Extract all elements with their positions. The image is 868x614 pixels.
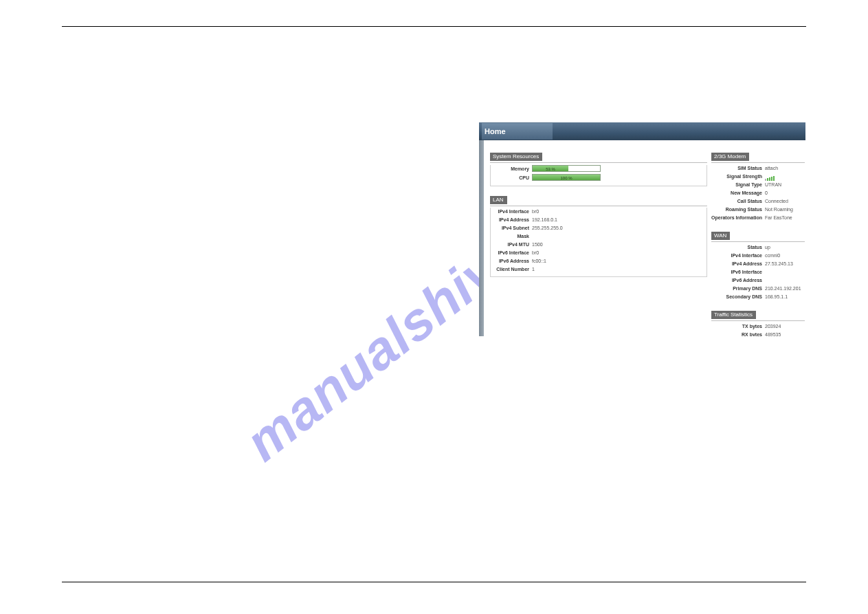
bottom-rule	[62, 582, 806, 582]
modem-row: Signal Strength	[711, 173, 805, 181]
wan-key: Status	[711, 243, 765, 252]
memory-bar: 53 %	[532, 165, 601, 172]
section-title-wan: WAN	[711, 232, 730, 240]
lan-row: IPv4 Interfacebr0	[491, 208, 706, 216]
lan-key: Client Number	[491, 265, 532, 274]
modem-value: Connected	[765, 197, 805, 206]
traffic-box: TX bytes203924RX bytes489535	[711, 322, 805, 336]
lan-key: IPv6 Interface	[491, 249, 532, 257]
traffic-row: TX bytes203924	[711, 322, 805, 331]
section-title-traffic: Traffic Statistics	[711, 311, 756, 319]
modem-value: Not Roaming	[765, 206, 805, 214]
wan-row: IPv6 Interface	[711, 268, 805, 276]
divider	[711, 241, 805, 242]
traffic-value: 489535	[765, 331, 805, 336]
divider	[711, 320, 805, 321]
lan-row: IPv4 MTU1500	[491, 241, 706, 249]
modem-row: Operators InformationFar EasTone	[711, 214, 805, 222]
modem-value: attach	[765, 164, 805, 173]
lan-value: 1	[532, 265, 706, 274]
wan-row: Statusup	[711, 243, 805, 252]
wan-value: ccmni0	[765, 252, 805, 260]
modem-row: Roaming StatusNot Roaming	[711, 206, 805, 214]
modem-key: New Message	[711, 189, 765, 197]
modem-value: Far EasTone	[765, 214, 805, 222]
router-admin-screenshot: Home System Resources Memory 53 % CPU	[479, 122, 805, 336]
wan-key: Primary DNS	[711, 285, 765, 293]
wan-row: IPv4 Address27.53.245.13	[711, 260, 805, 268]
wan-value: up	[765, 243, 805, 252]
divider	[490, 162, 707, 163]
wan-value	[765, 276, 805, 285]
divider	[490, 206, 707, 206]
cpu-label: CPU	[491, 175, 532, 180]
wan-key: IPv6 Address	[711, 276, 765, 285]
wan-value: 27.53.245.13	[765, 260, 805, 268]
wan-row: IPv6 Address	[711, 276, 805, 285]
lan-value: br0	[532, 249, 706, 257]
modem-key: Roaming Status	[711, 206, 765, 214]
wan-row: IPv4 Interfaceccmni0	[711, 252, 805, 260]
modem-key: Signal Strength	[711, 173, 765, 181]
wan-value: 210.241.192.201	[765, 285, 805, 293]
wan-key: IPv4 Interface	[711, 252, 765, 260]
wan-row: Primary DNS210.241.192.201	[711, 285, 805, 293]
modem-box: SIM StatusattachSignal StrengthSignal Ty…	[711, 164, 805, 222]
lan-key: IPv6 Address	[491, 257, 532, 265]
memory-bar-fill: 53 %	[533, 166, 568, 171]
modem-value: UTRAN	[765, 181, 805, 189]
modem-row: SIM Statusattach	[711, 164, 805, 173]
modem-row: New Message0	[711, 189, 805, 197]
wan-value	[765, 268, 805, 276]
lan-key: IPv4 Interface	[491, 208, 532, 216]
lan-key: IPv4 Subnet Mask	[491, 224, 532, 241]
lan-row: IPv4 Subnet Mask255.255.255.0	[491, 224, 706, 241]
lan-value: 255.255.255.0	[532, 224, 706, 241]
lan-row: IPv6 Interfacebr0	[491, 249, 706, 257]
lan-row: Client Number1	[491, 265, 706, 274]
nav-bar: Home	[479, 122, 805, 140]
wan-key: Secondary DNS	[711, 293, 765, 301]
divider	[711, 162, 805, 163]
modem-row: Call StatusConnected	[711, 197, 805, 206]
sidebar-stub	[479, 140, 484, 336]
lan-key: IPv4 Address	[491, 216, 532, 224]
traffic-row: RX bytes489535	[711, 331, 805, 336]
traffic-key: RX bytes	[711, 331, 765, 336]
section-title-system-resources: System Resources	[490, 153, 542, 161]
wan-row: Secondary DNS168.95.1.1	[711, 293, 805, 301]
cpu-bar: 100 %	[532, 174, 601, 181]
lan-row: IPv4 Address192.168.0.1	[491, 216, 706, 224]
modem-key: Operators Information	[711, 214, 765, 222]
wan-value: 168.95.1.1	[765, 293, 805, 301]
lan-value: 1500	[532, 241, 706, 249]
lan-row: IPv6 Addressfc00::1	[491, 257, 706, 265]
section-title-modem: 2/3G Modem	[711, 153, 749, 161]
modem-key: Signal Type	[711, 181, 765, 189]
lan-value: fc00::1	[532, 257, 706, 265]
section-title-lan: LAN	[490, 196, 507, 204]
nav-tab-home[interactable]: Home	[482, 123, 553, 140]
cpu-bar-fill: 100 %	[533, 175, 600, 180]
wan-key: IPv6 Interface	[711, 268, 765, 276]
wan-box: StatusupIPv4 Interfaceccmni0IPv4 Address…	[711, 243, 805, 301]
system-resources-box: Memory 53 % CPU 100 %	[490, 165, 707, 186]
lan-key: IPv4 MTU	[491, 241, 532, 249]
modem-key: Call Status	[711, 197, 765, 206]
modem-key: SIM Status	[711, 164, 765, 173]
traffic-key: TX bytes	[711, 322, 765, 331]
traffic-value: 203924	[765, 322, 805, 331]
lan-box: IPv4 Interfacebr0IPv4 Address192.168.0.1…	[490, 208, 707, 277]
top-rule	[62, 26, 806, 27]
modem-row: Signal TypeUTRAN	[711, 181, 805, 189]
signal-strength-icon	[765, 173, 775, 181]
memory-label: Memory	[491, 166, 532, 171]
lan-value: 192.168.0.1	[532, 216, 706, 224]
modem-value: 0	[765, 189, 805, 197]
modem-value	[765, 173, 805, 181]
lan-value: br0	[532, 208, 706, 216]
wan-key: IPv4 Address	[711, 260, 765, 268]
